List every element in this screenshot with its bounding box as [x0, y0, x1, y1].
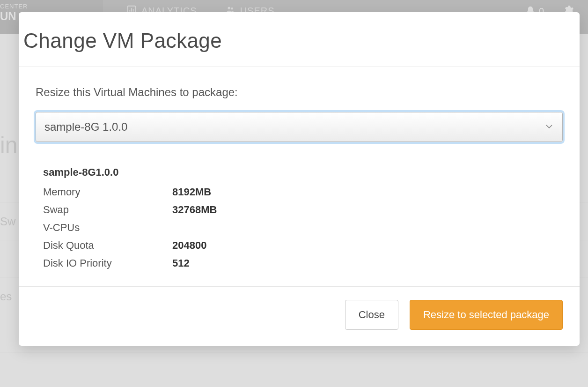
spec-value-swap: 32768MB: [172, 201, 217, 219]
package-select[interactable]: sample-8G 1.0.0: [36, 112, 563, 142]
package-select-wrap: sample-8G 1.0.0: [36, 112, 563, 142]
modal-body: Resize this Virtual Machines to package:…: [19, 67, 580, 286]
spec-label-memory: Memory: [43, 183, 172, 201]
spec-value-memory: 8192MB: [172, 183, 211, 201]
spec-label-swap: Swap: [43, 201, 172, 219]
spec-row-disk-io: Disk IO Priority 512: [43, 254, 563, 272]
spec-value-disk-io: 512: [172, 254, 190, 272]
change-vm-package-modal: Change VM Package Resize this Virtual Ma…: [19, 12, 580, 346]
modal-footer: Close Resize to selected package: [19, 286, 580, 346]
spec-label-disk-quota: Disk Quota: [43, 237, 172, 254]
spec-row-swap: Swap 32768MB: [43, 201, 563, 219]
spec-label-vcpus: V-CPUs: [43, 219, 172, 237]
spec-row-vcpus: V-CPUs: [43, 219, 563, 237]
package-select-value: sample-8G 1.0.0: [44, 120, 127, 134]
spec-label-disk-io: Disk IO Priority: [43, 254, 172, 272]
modal-title: Change VM Package: [23, 29, 563, 52]
package-title: sample-8G1.0.0: [43, 166, 563, 179]
resize-prompt: Resize this Virtual Machines to package:: [36, 86, 563, 99]
spec-row-memory: Memory 8192MB: [43, 183, 563, 201]
modal-header: Change VM Package: [19, 12, 580, 67]
spec-value-disk-quota: 204800: [172, 237, 206, 254]
package-details: sample-8G1.0.0 Memory 8192MB Swap 32768M…: [36, 166, 563, 272]
spec-row-disk-quota: Disk Quota 204800: [43, 237, 563, 254]
resize-button[interactable]: Resize to selected package: [410, 300, 563, 330]
close-button[interactable]: Close: [345, 300, 398, 330]
